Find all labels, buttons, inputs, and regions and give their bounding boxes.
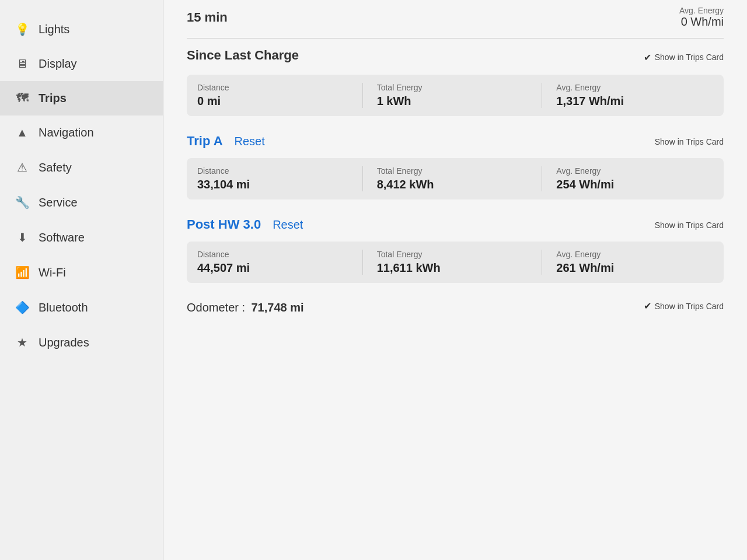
since-last-charge-distance-col: Distance 0 mi: [197, 83, 363, 108]
since-last-charge-section: Since Last Charge ✔ Show in Trips Card D…: [187, 48, 724, 116]
sidebar-item-software[interactable]: ⬇ Software: [0, 220, 163, 255]
sidebar-item-service-label: Service: [39, 196, 78, 209]
trip-a-header: Trip A Reset Show in Trips Card: [187, 134, 724, 153]
main-content: 15 min Avg. Energy 0 Wh/mi Since Last Ch…: [163, 0, 747, 560]
since-last-charge-total-energy-label: Total Energy: [377, 83, 534, 92]
since-last-charge-distance-value: 0 mi: [197, 94, 354, 108]
trip-a-distance-value: 33,104 mi: [197, 178, 354, 191]
lights-icon: 💡: [14, 22, 30, 36]
trip-a-total-energy-value: 8,412 kWh: [377, 178, 534, 191]
sidebar-item-display[interactable]: 🖥 Display: [0, 47, 163, 81]
display-icon: 🖥: [14, 57, 30, 71]
bluetooth-icon: 🔷: [14, 300, 30, 314]
post-hw-avg-label: Avg. Energy: [556, 250, 713, 259]
since-last-charge-show-trips-label: Show in Trips Card: [655, 52, 724, 62]
top-section: 15 min Avg. Energy 0 Wh/mi: [187, 0, 724, 38]
post-hw-header: Post HW 3.0 Reset Show in Trips Card: [187, 217, 724, 237]
top-avg-energy-value: 0 Wh/mi: [679, 15, 724, 29]
sidebar-item-lights-label: Lights: [39, 23, 69, 36]
odometer-show-trips[interactable]: ✔ Show in Trips Card: [644, 300, 724, 312]
odometer-text-block: Odometer : 71,748 mi: [187, 301, 304, 314]
trip-a-energy-col: Total Energy 8,412 kWh: [369, 166, 543, 191]
trip-a-avg-col: Avg. Energy 254 Wh/mi: [548, 166, 713, 191]
sidebar-item-wifi[interactable]: 📶 Wi-Fi: [0, 255, 163, 290]
sidebar-item-bluetooth-label: Bluetooth: [39, 301, 88, 314]
trip-a-card: Distance 33,104 mi Total Energy 8,412 kW…: [187, 158, 724, 200]
sidebar-item-upgrades-label: Upgrades: [39, 336, 89, 349]
top-time: 15 min: [187, 10, 228, 25]
sidebar-item-display-label: Display: [39, 57, 77, 71]
sidebar-item-wifi-label: Wi-Fi: [39, 266, 66, 279]
trip-a-avg-label: Avg. Energy: [556, 166, 713, 176]
trip-a-title-row: Trip A Reset: [187, 134, 265, 149]
post-hw-reset-button[interactable]: Reset: [273, 218, 303, 232]
odometer-show-trips-label: Show in Trips Card: [655, 302, 724, 311]
since-last-charge-card: Distance 0 mi Total Energy 1 kWh Avg. En…: [187, 75, 724, 116]
post-hw-title-row: Post HW 3.0 Reset: [187, 217, 303, 232]
trip-a-title[interactable]: Trip A: [187, 134, 223, 149]
since-last-charge-check-icon: ✔: [644, 52, 651, 63]
odometer-check-icon: ✔: [644, 300, 651, 312]
post-hw-show-trips[interactable]: Show in Trips Card: [655, 220, 724, 230]
upgrades-icon: ★: [14, 335, 30, 349]
sidebar-item-bluetooth[interactable]: 🔷 Bluetooth: [0, 290, 163, 325]
post-hw-distance-label: Distance: [197, 250, 354, 259]
since-last-charge-avg-value: 1,317 Wh/mi: [556, 94, 713, 108]
trip-a-section: Trip A Reset Show in Trips Card Distance…: [187, 134, 724, 200]
trip-a-reset-button[interactable]: Reset: [235, 135, 265, 148]
odometer-label: Odometer :: [187, 301, 245, 314]
sidebar-item-safety-label: Safety: [39, 161, 72, 174]
sidebar-item-trips[interactable]: 🗺 Trips: [0, 81, 163, 116]
trip-a-show-trips[interactable]: Show in Trips Card: [655, 137, 724, 146]
since-last-charge-show-trips[interactable]: ✔ Show in Trips Card: [644, 52, 724, 63]
since-last-charge-header: Since Last Charge ✔ Show in Trips Card: [187, 48, 724, 70]
top-avg-energy-label: Avg. Energy: [679, 6, 724, 15]
post-hw-distance-col: Distance 44,507 mi: [197, 250, 363, 275]
since-last-charge-distance-label: Distance: [197, 83, 354, 92]
trip-a-avg-value: 254 Wh/mi: [556, 178, 713, 191]
navigation-icon: ▲: [14, 126, 30, 139]
post-hw-title[interactable]: Post HW 3.0: [187, 217, 261, 232]
odometer-value: 71,748 mi: [252, 301, 304, 314]
post-hw-total-energy-value: 11,611 kWh: [377, 261, 534, 275]
post-hw-energy-col: Total Energy 11,611 kWh: [369, 250, 543, 275]
trip-a-distance-label: Distance: [197, 166, 354, 176]
trip-a-show-trips-label: Show in Trips Card: [655, 137, 724, 146]
top-avg-energy-block: Avg. Energy 0 Wh/mi: [679, 6, 724, 29]
software-icon: ⬇: [14, 230, 30, 244]
sidebar-item-software-label: Software: [39, 231, 85, 244]
since-last-charge-title: Since Last Charge: [187, 48, 299, 63]
sidebar-item-navigation-label: Navigation: [39, 126, 94, 139]
sidebar-item-service[interactable]: 🔧 Service: [0, 185, 163, 220]
trip-a-total-energy-label: Total Energy: [377, 166, 534, 176]
service-icon: 🔧: [14, 195, 30, 209]
post-hw-section: Post HW 3.0 Reset Show in Trips Card Dis…: [187, 217, 724, 283]
sidebar-item-trips-label: Trips: [39, 92, 67, 105]
since-last-charge-avg-label: Avg. Energy: [556, 83, 713, 92]
since-last-charge-energy-col: Total Energy 1 kWh: [369, 83, 543, 108]
sidebar-item-lights[interactable]: 💡 Lights: [0, 12, 163, 47]
wifi-icon: 📶: [14, 265, 30, 279]
trip-a-distance-col: Distance 33,104 mi: [197, 166, 363, 191]
sidebar-item-upgrades[interactable]: ★ Upgrades: [0, 325, 163, 360]
sidebar-item-navigation[interactable]: ▲ Navigation: [0, 116, 163, 150]
odometer-row: Odometer : 71,748 mi ✔ Show in Trips Car…: [187, 300, 724, 315]
post-hw-distance-value: 44,507 mi: [197, 261, 354, 275]
trips-icon: 🗺: [14, 92, 30, 105]
post-hw-show-trips-label: Show in Trips Card: [655, 220, 724, 230]
sidebar: 💡 Lights 🖥 Display 🗺 Trips ▲ Navigation …: [0, 0, 163, 560]
since-last-charge-avg-col: Avg. Energy 1,317 Wh/mi: [548, 83, 713, 108]
post-hw-avg-value: 261 Wh/mi: [556, 261, 713, 275]
post-hw-card: Distance 44,507 mi Total Energy 11,611 k…: [187, 242, 724, 283]
post-hw-total-energy-label: Total Energy: [377, 250, 534, 259]
safety-icon: ⚠: [14, 160, 30, 174]
sidebar-item-safety[interactable]: ⚠ Safety: [0, 150, 163, 185]
since-last-charge-total-energy-value: 1 kWh: [377, 94, 534, 108]
post-hw-avg-col: Avg. Energy 261 Wh/mi: [548, 250, 713, 275]
